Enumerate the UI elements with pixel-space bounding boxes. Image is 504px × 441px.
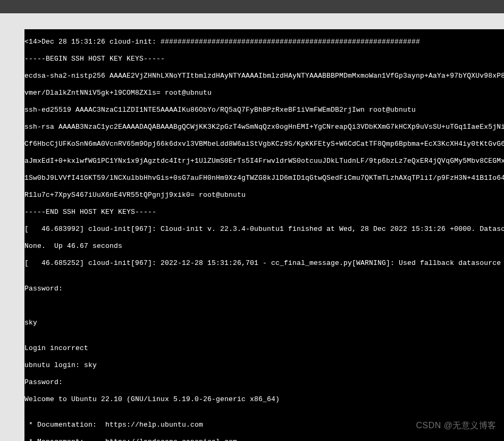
terminal-line: ecdsa-sha2-nistp256 AAAAE2VjZHNhLXNoYTIt…: [24, 72, 504, 80]
terminal-line: * Documentation: https://help.ubuntu.com: [24, 421, 504, 429]
terminal-line: vmer/DlalkZntNNiV5gk+l9COM8ZXls= root@ub…: [24, 89, 504, 97]
terminal-line: ubnutu login: sky: [24, 361, 504, 370]
terminal-line: * Management: https://landscape.canonica…: [24, 438, 504, 441]
terminal-line: R1lu7c+7XpyS467iUuX6nE4VR55tQPgnjj9xik0=…: [24, 191, 504, 199]
terminal-output[interactable]: <14>Dec 28 15:31:26 cloud-init: ########…: [24, 29, 504, 441]
terminal-line: 1Sw0bJ9LVVfI41GKT59/lNCXulbbHhvGis+0sG7a…: [24, 174, 504, 182]
terminal-line: Password:: [24, 378, 504, 387]
terminal-line: ssh-rsa AAAAB3NzaC1yc2EAAAADAQABAAABgQCW…: [24, 123, 504, 131]
terminal-line: [ 46.685252] cloud-init[967]: 2022-12-28…: [24, 259, 504, 268]
terminal-line: sky: [24, 319, 504, 327]
terminal-line: Welcome to Ubuntu 22.10 (GNU/Linux 5.19.…: [24, 395, 504, 404]
terminal-line: aJmxEdI+0+kxlwfWG1PC1YNx1x9jAgztdc4Itrj+…: [24, 157, 504, 165]
terminal-line: [ 46.683992] cloud-init[967]: Cloud-init…: [24, 225, 504, 234]
terminal-line: Cf6HbcCjUFKoSnN6mA0VcnRV65m9Opj66k6dxvl3…: [24, 140, 504, 148]
terminal-line: Login incorrect: [24, 344, 504, 353]
terminal-line: ssh-ed25519 AAAAC3NzaC1lZDI1NTE5AAAAIKu8…: [24, 106, 504, 114]
terminal-line: None. Up 46.67 seconds: [24, 242, 504, 251]
terminal-line: Password:: [24, 285, 504, 293]
terminal-line: <14>Dec 28 15:31:26 cloud-init: ########…: [24, 38, 504, 46]
window-title-bar: [0, 0, 504, 13]
terminal-line: -----END SSH HOST KEY KEYS-----: [24, 208, 504, 217]
terminal-line: -----BEGIN SSH HOST KEY KEYS-----: [24, 55, 504, 63]
